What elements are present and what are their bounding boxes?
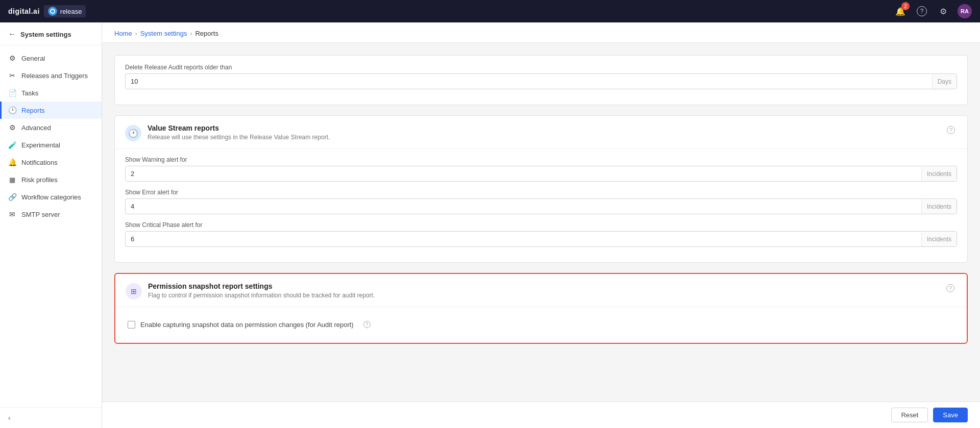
permission-snapshot-title: Permission snapshot report settings (148, 282, 375, 290)
sidebar-item-tasks[interactable]: 📄 Tasks (0, 84, 102, 102)
error-label: Show Error alert for (125, 189, 957, 196)
value-stream-title-group: Value Stream reports Release will use th… (148, 124, 330, 141)
critical-incidents-input[interactable] (126, 232, 921, 246)
error-input-wrapper: Incidents (125, 198, 957, 214)
critical-label: Show Critical Phase alert for (125, 221, 957, 229)
sidebar-item-smtp-server[interactable]: ✉ SMTP server (0, 206, 102, 223)
save-button[interactable]: Save (933, 408, 968, 422)
general-icon: ⚙ (8, 54, 16, 62)
permission-snapshot-body: Enable capturing snapshot data on permis… (115, 314, 967, 343)
sidebar-nav: ⚙ General ✂ Releases and Triggers 📄 Task… (0, 45, 102, 407)
permission-snapshot-header: ⊞ Permission snapshot report settings Fl… (115, 274, 967, 307)
notification-badge: 2 (901, 2, 910, 10)
nav-actions: 🔔 2 ? ⚙ RA (893, 4, 972, 18)
permission-snapshot-header-left: ⊞ Permission snapshot report settings Fl… (126, 282, 375, 299)
bottom-action-bar: Reset Save (102, 401, 980, 428)
value-stream-body: Show Warning alert for Incidents Show Er… (115, 156, 967, 262)
sidebar-item-experimental[interactable]: 🧪 Experimental (0, 136, 102, 154)
sidebar-item-advanced[interactable]: ⚙ Advanced (0, 119, 102, 136)
settings-button[interactable]: ⚙ (936, 4, 950, 18)
sidebar-item-risk-profiles[interactable]: ▦ Risk profiles (0, 171, 102, 188)
nav-brand: digital.ai release (8, 5, 86, 17)
breadcrumb-sep-1: › (135, 30, 137, 37)
gear-icon: ⚙ (940, 7, 947, 16)
audit-input-wrapper: Days (125, 73, 957, 89)
sidebar-item-label: SMTP server (21, 211, 60, 218)
sidebar-title: System settings (20, 31, 71, 38)
breadcrumb-system-settings[interactable]: System settings (140, 30, 187, 37)
main-layout: ← System settings ⚙ General ✂ Releases a… (0, 22, 980, 428)
sidebar-footer: ‹ (0, 407, 102, 428)
sidebar-item-workflow-categories[interactable]: 🔗 Workflow categories (0, 188, 102, 206)
value-stream-header-left: 🕐 Value Stream reports Release will use … (125, 124, 330, 141)
sidebar-item-reports[interactable]: 🕐 Reports (0, 102, 102, 119)
smtp-icon: ✉ (8, 210, 16, 218)
sidebar-item-label: Experimental (21, 141, 60, 149)
warning-label: Show Warning alert for (125, 156, 957, 163)
sidebar: ← System settings ⚙ General ✂ Releases a… (0, 22, 102, 428)
collapse-sidebar-button[interactable]: ‹ (8, 414, 11, 422)
releases-icon: ✂ (8, 71, 16, 80)
audit-label: Delete Release Audit reports older than (125, 64, 957, 71)
value-stream-title: Value Stream reports (148, 124, 330, 132)
value-stream-icon: 🕐 (125, 125, 141, 141)
error-suffix: Incidents (921, 199, 957, 214)
snapshot-checkbox-label[interactable]: Enable capturing snapshot data on permis… (140, 321, 354, 329)
sidebar-item-notifications[interactable]: 🔔 Notifications (0, 154, 102, 171)
user-avatar[interactable]: RA (958, 4, 972, 18)
sidebar-item-label: Workflow categories (21, 193, 81, 201)
critical-form-group: Show Critical Phase alert for Incidents (125, 221, 957, 247)
value-stream-help-button[interactable]: ? (945, 124, 957, 136)
help-circle-icon: ? (947, 126, 955, 134)
warning-incidents-input[interactable] (126, 166, 921, 181)
sidebar-item-label: Releases and Triggers (21, 72, 88, 80)
snapshot-checkbox-row: Enable capturing snapshot data on permis… (126, 314, 957, 335)
permission-snapshot-help-button[interactable]: ? (944, 282, 957, 294)
help-button[interactable]: ? (915, 4, 929, 18)
help-circle-icon-3: ? (363, 321, 371, 328)
permission-snapshot-card: ⊞ Permission snapshot report settings Fl… (114, 273, 968, 344)
risk-icon: ▦ (8, 175, 16, 184)
error-incidents-input[interactable] (126, 199, 921, 214)
advanced-icon: ⚙ (8, 123, 16, 132)
experimental-icon: 🧪 (8, 141, 16, 149)
error-form-group: Show Error alert for Incidents (125, 189, 957, 214)
audit-days-suffix: Days (932, 74, 957, 89)
breadcrumb-sep-2: › (190, 30, 192, 37)
warning-input-wrapper: Incidents (125, 166, 957, 182)
warning-suffix: Incidents (921, 167, 957, 181)
sidebar-item-releases-triggers[interactable]: ✂ Releases and Triggers (0, 67, 102, 84)
workflow-icon: 🔗 (8, 193, 16, 201)
audit-reports-card: Delete Release Audit reports older than … (114, 55, 968, 105)
breadcrumb-home[interactable]: Home (114, 30, 132, 37)
breadcrumb: Home › System settings › Reports (102, 22, 980, 43)
sidebar-back-button[interactable]: ← (8, 30, 16, 39)
reset-button[interactable]: Reset (891, 408, 928, 422)
grid-icon: ⊞ (131, 287, 137, 295)
sidebar-item-label: General (21, 55, 45, 62)
audit-days-input[interactable] (126, 74, 932, 89)
warning-form-group: Show Warning alert for Incidents (125, 156, 957, 182)
audit-form-group: Delete Release Audit reports older than … (125, 64, 957, 89)
sidebar-item-label: Advanced (21, 124, 51, 132)
sidebar-item-general[interactable]: ⚙ General (0, 49, 102, 67)
value-stream-header: 🕐 Value Stream reports Release will use … (115, 116, 967, 148)
sidebar-item-label: Tasks (21, 89, 38, 97)
value-stream-desc: Release will use these settings in the R… (148, 134, 330, 141)
content-area: Home › System settings › Reports Delete … (102, 22, 980, 428)
permission-snapshot-title-group: Permission snapshot report settings Flag… (148, 282, 375, 299)
notifications-icon: 🔔 (8, 158, 16, 166)
content-scroll: Delete Release Audit reports older than … (102, 43, 980, 428)
snapshot-checkbox[interactable] (128, 321, 135, 329)
help-icon: ? (917, 6, 927, 16)
permission-snapshot-icon: ⊞ (126, 283, 142, 299)
help-circle-icon-2: ? (946, 284, 954, 292)
notifications-button[interactable]: 🔔 2 (893, 4, 908, 18)
snapshot-checkbox-help-button[interactable]: ? (361, 318, 373, 331)
sidebar-item-label: Reports (21, 107, 45, 114)
permission-snapshot-desc: Flag to control if permission snapshot i… (148, 292, 375, 299)
tasks-icon: 📄 (8, 89, 16, 97)
critical-suffix: Incidents (921, 232, 957, 246)
reports-icon: 🕐 (8, 106, 16, 114)
breadcrumb-current: Reports (195, 30, 218, 37)
